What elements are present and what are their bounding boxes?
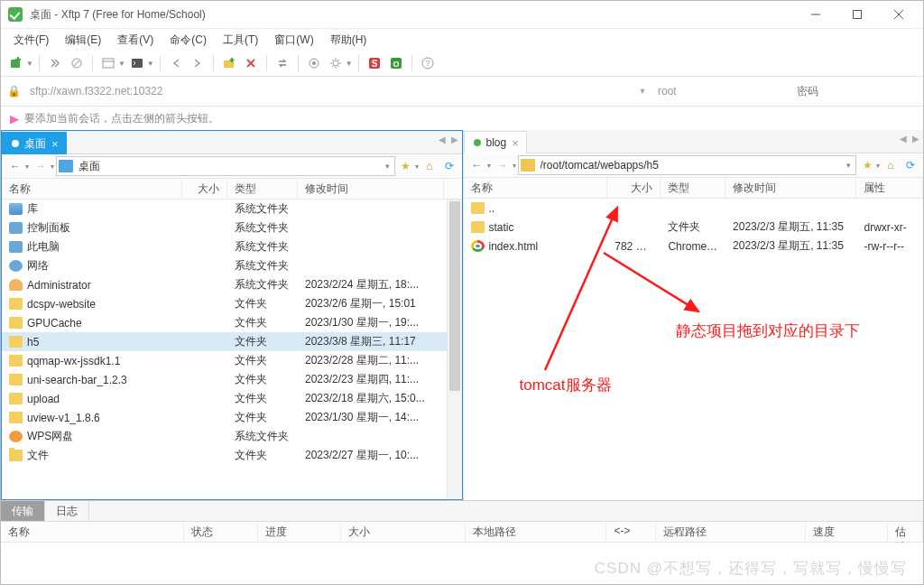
list-item[interactable]: 文件文件夹2023/2/27 星期一, 10:... xyxy=(2,446,462,465)
col-size[interactable]: 大小 xyxy=(182,179,227,199)
tab-next-icon[interactable]: ▶ xyxy=(912,134,919,144)
list-item[interactable]: 控制面板系统文件夹 xyxy=(2,218,462,237)
tool-view[interactable] xyxy=(304,53,324,73)
remote-path-input[interactable] xyxy=(539,158,841,172)
list-item[interactable]: static文件夹2023/2/3 星期五, 11:35drwxr-xr- xyxy=(464,218,924,237)
forward-button[interactable]: → xyxy=(31,156,51,176)
bookmark-icon[interactable]: ★ xyxy=(397,157,415,175)
tool-settings[interactable] xyxy=(326,53,346,73)
tool-new-window[interactable] xyxy=(98,53,118,73)
col-modified[interactable]: 修改时间 xyxy=(725,178,856,198)
list-item[interactable]: h5文件夹2023/3/8 星期三, 11:17 xyxy=(2,332,462,351)
local-path-input[interactable] xyxy=(77,159,379,173)
minimize-button[interactable] xyxy=(795,1,836,28)
col-speed[interactable]: 速度 xyxy=(806,522,888,542)
tool-disconnect[interactable] xyxy=(67,53,87,73)
tool-reconnect[interactable] xyxy=(45,53,65,73)
forward-button[interactable]: → xyxy=(493,155,513,175)
remote-path-box[interactable]: ▾ xyxy=(518,155,857,175)
local-path-box[interactable]: ▾ xyxy=(56,156,395,176)
dropdown-icon[interactable]: ▾ xyxy=(876,162,880,170)
col-attributes[interactable]: 属性 xyxy=(856,178,923,198)
list-item[interactable]: .. xyxy=(464,199,924,218)
col-name[interactable]: 名称 xyxy=(1,522,184,542)
refresh-icon[interactable]: ⟳ xyxy=(440,157,458,175)
list-item[interactable]: upload文件夹2023/2/18 星期六, 15:0... xyxy=(2,389,462,408)
back-button[interactable]: ← xyxy=(5,156,25,176)
tab-next-icon[interactable]: ▶ xyxy=(451,135,458,144)
col-progress[interactable]: 进度 xyxy=(258,522,340,542)
dropdown-icon[interactable]: ▾ xyxy=(415,162,419,171)
col-type[interactable]: 类型 xyxy=(227,179,298,199)
tool-sync[interactable] xyxy=(273,53,292,73)
tool-terminal[interactable] xyxy=(127,53,147,73)
dropdown-icon[interactable]: ▼ xyxy=(346,60,353,68)
back-button[interactable]: ← xyxy=(467,155,487,175)
tab-local-desktop[interactable]: 桌面 × xyxy=(2,132,67,154)
col-name[interactable]: 名称 xyxy=(2,179,182,199)
close-icon[interactable]: × xyxy=(512,136,519,150)
scrollbar[interactable] xyxy=(447,200,462,499)
home-icon[interactable]: ⌂ xyxy=(882,156,900,174)
scrollbar-thumb[interactable] xyxy=(449,201,460,391)
dropdown-icon[interactable]: ▾ xyxy=(487,162,491,170)
menu-tools[interactable]: 工具(T) xyxy=(216,31,265,50)
col-size[interactable]: 大小 xyxy=(341,522,466,542)
dropdown-icon[interactable]: ▼ xyxy=(147,60,154,68)
tool-help[interactable]: ? xyxy=(418,53,438,73)
col-name[interactable]: 名称 xyxy=(464,178,608,198)
close-icon[interactable]: × xyxy=(51,137,59,151)
col-eta[interactable]: 估计剩余... xyxy=(888,522,923,542)
tab-prev-icon[interactable]: ◀ xyxy=(439,135,446,144)
username-input[interactable] xyxy=(654,82,788,100)
refresh-icon[interactable]: ⟳ xyxy=(901,156,919,174)
dropdown-icon[interactable]: ▾ xyxy=(383,162,393,171)
local-file-list[interactable]: 库系统文件夹控制面板系统文件夹此电脑系统文件夹网络系统文件夹Administra… xyxy=(2,200,462,499)
list-item[interactable]: uview-v1_1.8.6文件夹2023/1/30 星期一, 14:... xyxy=(2,408,462,427)
dropdown-icon[interactable]: ▾ xyxy=(844,161,854,170)
dropdown-icon[interactable]: ▼ xyxy=(26,60,33,68)
tool-transfer-left[interactable] xyxy=(166,53,186,73)
menu-file[interactable]: 文件(F) xyxy=(6,31,56,50)
list-item[interactable]: qqmap-wx-jssdk1.1文件夹2023/2/28 星期二, 11:..… xyxy=(2,351,462,370)
menu-view[interactable]: 查看(V) xyxy=(110,31,161,50)
col-size[interactable]: 大小 xyxy=(607,178,661,198)
tab-transfer[interactable]: 传输 xyxy=(1,501,45,521)
list-item[interactable]: GPUCache文件夹2023/1/30 星期一, 19:... xyxy=(2,313,462,332)
tab-remote-blog[interactable]: blog × xyxy=(464,131,527,153)
col-direction[interactable]: <-> xyxy=(606,522,655,542)
list-item[interactable]: 此电脑系统文件夹 xyxy=(2,237,462,256)
maximize-button[interactable] xyxy=(836,1,878,28)
menu-window[interactable]: 窗口(W) xyxy=(267,31,320,50)
bookmark-icon[interactable]: ★ xyxy=(858,156,876,174)
col-remotepath[interactable]: 远程路径 xyxy=(656,522,806,542)
list-item[interactable]: 网络系统文件夹 xyxy=(2,256,462,275)
list-item[interactable]: dcspv-website文件夹2023/2/6 星期一, 15:01 xyxy=(2,294,462,313)
menu-command[interactable]: 命令(C) xyxy=(162,31,214,50)
tab-log[interactable]: 日志 xyxy=(45,501,89,521)
dropdown-icon[interactable]: ▼ xyxy=(118,60,125,68)
col-type[interactable]: 类型 xyxy=(661,178,725,198)
list-item[interactable]: uni-search-bar_1.2.3文件夹2023/2/23 星期四, 11… xyxy=(2,370,462,389)
col-modified[interactable]: 修改时间 xyxy=(298,179,444,199)
remote-file-list[interactable]: tomcat服务器 静态项目拖到对应的目录下 ..static文件夹2023/2… xyxy=(464,199,924,500)
dropdown-icon[interactable]: ▾ xyxy=(51,162,54,171)
dropdown-icon[interactable]: ▾ xyxy=(25,162,29,171)
menu-edit[interactable]: 编辑(E) xyxy=(58,31,108,50)
dropdown-icon[interactable]: ▾ xyxy=(513,162,516,170)
col-status[interactable]: 状态 xyxy=(184,522,258,542)
tool-new-folder[interactable] xyxy=(219,53,239,73)
password-input[interactable] xyxy=(793,82,918,100)
list-item[interactable]: index.html782 BytesChrome ...2023/2/3 星期… xyxy=(464,237,924,255)
close-button[interactable] xyxy=(878,1,919,28)
home-icon[interactable]: ⌂ xyxy=(420,157,439,175)
menu-help[interactable]: 帮助(H) xyxy=(323,31,374,50)
list-item[interactable]: 库系统文件夹 xyxy=(2,200,462,218)
col-localpath[interactable]: 本地路径 xyxy=(466,522,607,542)
tool-transfer-right[interactable] xyxy=(188,53,208,73)
tool-xmanager[interactable]: O xyxy=(386,53,406,73)
tool-xshell[interactable]: S xyxy=(365,53,384,73)
tool-delete[interactable] xyxy=(241,53,261,73)
list-item[interactable]: WPS网盘系统文件夹 xyxy=(2,427,462,446)
tab-prev-icon[interactable]: ◀ xyxy=(900,134,907,144)
